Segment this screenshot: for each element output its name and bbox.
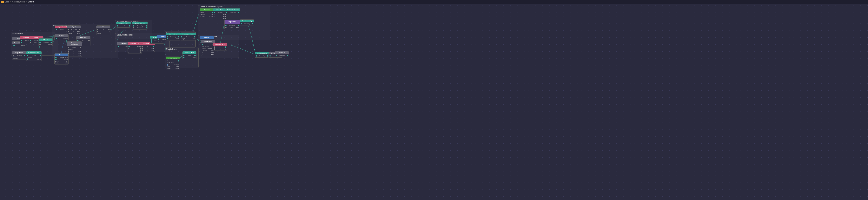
node-transform[interactable]: Transform Geometry X 3.000 Y 3.000 Z 3.0… xyxy=(213,8,227,20)
node-resample-curve-2[interactable]: Resample Curve Curve Length 0.7 m xyxy=(180,33,196,40)
node-set-pos-pylons-header: Set Position xyxy=(166,33,180,35)
node-resample-curve-header: Resample Curve xyxy=(26,52,41,54)
group-title-offset: Offset curve xyxy=(12,33,23,35)
node-curve-mesh-2-header: Curve to Mesh xyxy=(183,52,196,54)
node-sep-xyz-2-header: Separate XYZ xyxy=(128,42,142,45)
node-curve-to-mesh-2[interactable]: Curve to Mesh Mesh Input xyxy=(182,51,196,59)
node-curve-mesh-1-header: Curve to Mesh xyxy=(117,22,130,24)
node-join-geom-2-header: Join Geometry xyxy=(255,52,269,55)
node-join-geometry-2[interactable]: Join Geometry Geometry xyxy=(255,52,269,58)
node-object-info[interactable]: Object Info Geometry Relative BaseCurve xyxy=(12,51,26,60)
node-quadrilateral-header: Quadrilateral xyxy=(166,57,180,59)
node-equal[interactable]: Equal A 3.000 B 3.200 Epsilon 0.100 xyxy=(67,26,81,35)
node-separate-attrs-header: Separate Attributes xyxy=(67,41,82,46)
breadcrumb-geonodes[interactable]: GeometryNodes xyxy=(12,1,25,3)
node-raycast-3-header: Raycast xyxy=(200,36,214,39)
node-realize-instances-header: Realize Instances xyxy=(225,8,240,11)
node-subtract-header: Subtract xyxy=(96,26,110,28)
node-set-position-offset-header: Set Position xyxy=(39,38,53,41)
group-title-create-track: Create track xyxy=(166,48,177,50)
node-set-position-offset[interactable]: Set Position Geometry Offset xyxy=(38,38,53,46)
node-join-geometry-create[interactable]: Join Geometry Geometry xyxy=(240,20,254,26)
node-combine-xyz-2[interactable]: Combine XYZ X Y Z xyxy=(213,43,227,51)
node-separate-xyz-2[interactable]: Separate XYZ Vector X Y Z xyxy=(128,42,142,54)
node-editor-canvas[interactable]: Offset curve Detect loops and ground Sep… xyxy=(0,4,868,200)
node-resample-curve[interactable]: Resample Curve Curve Evaluated Curve xyxy=(26,51,42,61)
node-combine-xyz-2-header: Combine XYZ xyxy=(213,43,227,45)
node-curve-to-mesh-1[interactable]: Curve to Mesh Mesh xyxy=(116,22,131,28)
node-separate-attrs[interactable]: Separate Attributes Source Attribute A 0… xyxy=(67,41,82,57)
node-position-detect-header: Position xyxy=(55,34,68,37)
breadcrumb-sep1: > xyxy=(10,1,11,3)
node-instances-label: Instances Geometry xyxy=(275,51,289,57)
app-icon xyxy=(1,1,4,3)
node-hit-distance-header: Hit Distance xyxy=(201,40,215,43)
node-subprogram-points-header: Subprogram Points xyxy=(224,20,240,24)
node-transform-header: Transform xyxy=(213,8,227,11)
node-realize-instances[interactable]: Realize Instances Geometry xyxy=(225,8,240,14)
node-position-detect[interactable]: Position Position xyxy=(54,34,68,40)
node-separate-geometry[interactable]: Separate Geometry Geometry Selection xyxy=(132,22,148,30)
node-raycast-1-header: Raycast xyxy=(55,54,68,56)
node-cylinder-header: Cylinder xyxy=(200,8,214,11)
node-resample-2-header: Resample Curve xyxy=(180,33,195,35)
node-sep-geom-header: Separate Geometry xyxy=(132,22,148,24)
node-join-geom-create-header: Join Geometry xyxy=(240,20,254,22)
topbar: Cube > GeometryNodes > 265848 xyxy=(0,0,868,4)
node-equal-header: Equal xyxy=(67,26,81,28)
breadcrumb-cube[interactable]: Cube xyxy=(5,1,9,3)
node-instances-header: Instances xyxy=(275,52,289,54)
breadcrumb-id: 265848 xyxy=(28,1,34,3)
node-set-position-pylons[interactable]: Set Position Geometry Points xyxy=(166,33,180,40)
node-subtract[interactable]: Subtract A B Result xyxy=(96,26,111,35)
node-raycast-1[interactable]: Raycast Target Geom Vector Angle 0° Epsi… xyxy=(54,53,68,65)
group-title-create-instantiate: Create & instantiate pylons xyxy=(200,6,223,8)
node-compare-header: Compare xyxy=(76,36,90,39)
node-object-info-header: Object Info xyxy=(12,52,26,54)
node-subprogram-points[interactable]: Subprogram Points Instances Scale 3.000 xyxy=(224,20,240,29)
group-title-set-ground: Set curve to ground xyxy=(117,34,133,36)
node-quadrilateral[interactable]: Quadrilateral Curve Profile Curve Fill C… xyxy=(166,57,180,70)
breadcrumb-sep2: > xyxy=(26,1,27,3)
node-cylinder[interactable]: Cylinder Mesh Vertices 24 Radius 0.04 m xyxy=(199,8,214,18)
